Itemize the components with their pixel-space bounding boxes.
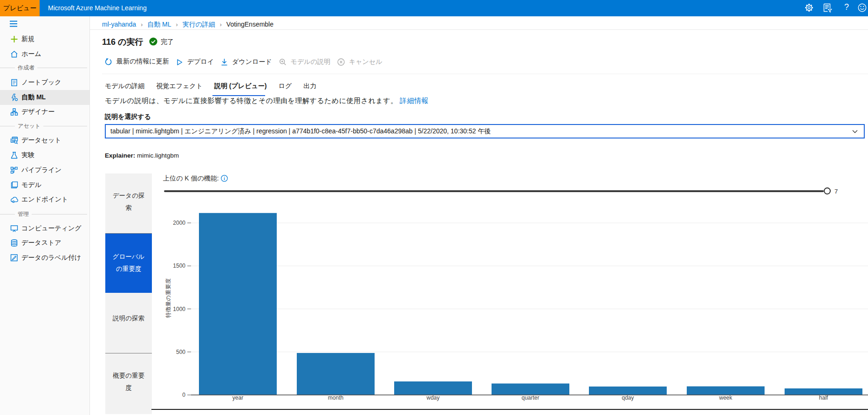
svg-text:2000: 2000	[173, 220, 185, 226]
svg-text:wday: wday	[426, 394, 439, 401]
svg-text:0: 0	[182, 392, 185, 398]
svg-text:year: year	[232, 394, 243, 401]
svg-text:month: month	[328, 394, 343, 401]
svg-text:1000: 1000	[173, 306, 185, 312]
svg-text:quarter: quarter	[521, 394, 539, 401]
svg-text:500: 500	[176, 349, 185, 355]
svg-text:1500: 1500	[173, 263, 185, 269]
svg-text:half: half	[819, 394, 828, 401]
svg-text:week: week	[718, 394, 732, 401]
svg-text:特徴量の重要度: 特徴量の重要度	[165, 278, 171, 318]
svg-text:qday: qday	[622, 394, 634, 401]
